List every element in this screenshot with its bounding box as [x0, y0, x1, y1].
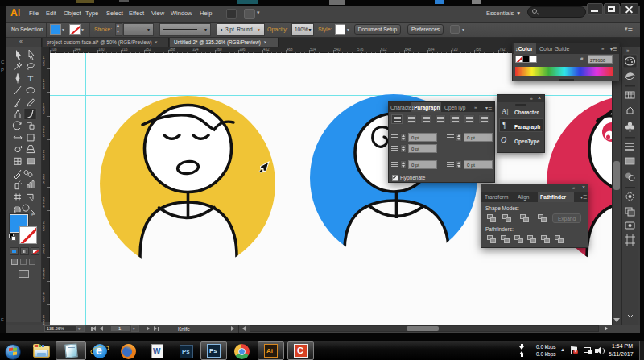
svg-text:T: T [28, 73, 34, 83]
